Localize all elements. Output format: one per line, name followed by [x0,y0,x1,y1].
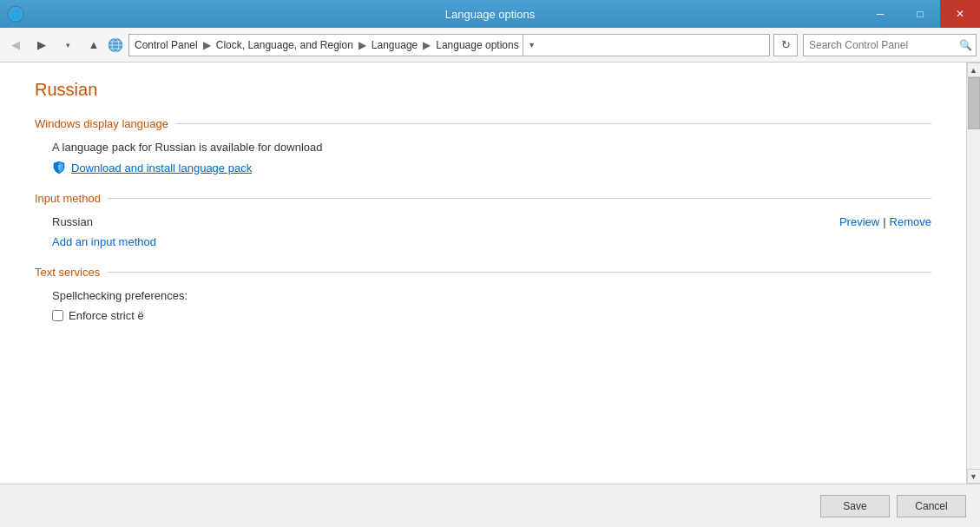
path-language-options[interactable]: Language options [436,39,518,51]
input-method-row: Russian Preview | Remove [52,215,931,228]
refresh-button[interactable]: ↻ [773,34,798,56]
input-method-section: Input method Russian Preview | Remove Ad… [35,192,931,248]
shield-icon: ! [52,161,66,175]
display-language-line [175,123,931,124]
enforce-strict-label: Enforce strict ё [69,309,144,322]
text-services-content: Spellchecking preferences: Enforce stric… [35,289,931,322]
save-button[interactable]: Save [820,495,890,517]
main-container: Russian Windows display language A langu… [0,63,980,484]
path-control-panel[interactable]: Control Panel [135,39,198,51]
input-method-header: Input method [35,192,931,205]
display-language-content: A language pack for Russian is available… [35,141,931,175]
svg-text:!: ! [58,164,60,170]
text-services-line [107,272,931,273]
minimize-button[interactable]: ─ [860,0,900,28]
search-icon[interactable]: 🔍 [955,35,976,56]
preview-link[interactable]: Preview [839,215,879,228]
path-language[interactable]: Language [372,39,418,51]
title-bar: 🌐 Language options ─ □ ✕ [0,0,980,28]
input-method-name: Russian [52,215,93,228]
up-button[interactable]: ▲ [82,33,106,57]
scroll-track[interactable] [967,77,981,469]
title-bar-left: 🌐 [7,5,24,23]
display-language-title: Windows display language [35,117,175,130]
text-services-title: Text services [35,266,107,279]
enforce-strict-checkbox[interactable] [52,310,63,321]
download-link-text[interactable]: Download and install language pack [71,161,252,175]
svg-text:🌐: 🌐 [10,9,22,20]
input-method-actions: Preview | Remove [839,215,931,228]
input-method-title: Input method [35,192,108,205]
address-globe-icon [108,37,123,53]
maximize-button[interactable]: □ [900,0,940,28]
spellcheck-label: Spellchecking preferences: [52,289,931,302]
back-button[interactable]: ◀ [3,33,28,57]
close-button[interactable]: ✕ [940,0,980,28]
content-area: Russian Windows display language A langu… [0,63,966,484]
add-method-link[interactable]: Add an input method [52,235,156,248]
download-link[interactable]: ! Download and install language pack [52,161,931,175]
input-method-line [108,198,931,199]
display-language-section: Windows display language A language pack… [35,117,931,175]
address-bar: ◀ ▶ ▾ ▲ Control Panel ▶ Clock, Language,… [0,28,980,63]
address-dropdown-button[interactable]: ▾ [523,34,540,56]
path-clock-language[interactable]: Clock, Language, and Region [216,39,353,51]
language-pack-availability: A language pack for Russian is available… [52,141,931,154]
cancel-button[interactable]: Cancel [897,495,966,517]
text-services-header: Text services [35,266,931,279]
title-bar-controls: ─ □ ✕ [860,0,980,28]
remove-link[interactable]: Remove [890,215,931,228]
forward-button[interactable]: ▶ [30,33,54,57]
search-box: 🔍 [803,34,977,56]
dropdown-arrow-button[interactable]: ▾ [56,33,80,57]
page-title: Russian [35,80,931,100]
text-services-section: Text services Spellchecking preferences:… [35,266,931,322]
input-method-content: Russian Preview | Remove Add an input me… [35,215,931,248]
scrollbar: ▲ ▼ [966,63,980,484]
scroll-up-arrow[interactable]: ▲ [967,63,981,77]
search-input[interactable] [804,39,955,51]
display-language-header: Windows display language [35,117,931,130]
scroll-thumb[interactable] [968,77,980,129]
action-separator: | [883,215,885,228]
address-path[interactable]: Control Panel ▶ Clock, Language, and Reg… [128,34,770,56]
window-title: Language options [445,8,535,21]
footer: Save Cancel [0,484,980,527]
enforce-strict-row: Enforce strict ё [52,309,931,322]
window-icon: 🌐 [7,5,24,23]
scroll-down-arrow[interactable]: ▼ [967,469,981,484]
